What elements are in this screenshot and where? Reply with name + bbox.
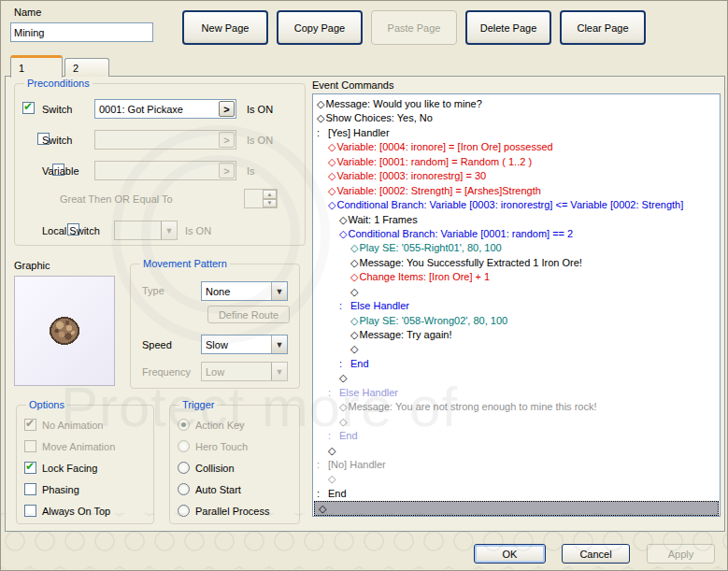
command-text: Variable: [0003: ironorestrg] = 30: [336, 170, 486, 181]
chevron-down-icon: ▼: [271, 363, 287, 380]
handler-colon: :: [339, 299, 350, 313]
switch1-field[interactable]: 0001: Got Pickaxe >: [94, 99, 236, 119]
event-command-line[interactable]: ◇: [313, 415, 720, 429]
switch1-label: Switch: [42, 104, 72, 115]
event-command-list[interactable]: ◇Message: Would you like to mine?◇Show C…: [312, 93, 721, 517]
event-command-line[interactable]: ◇Message: You Successfully Extracted 1 I…: [313, 256, 720, 270]
clear-page-button[interactable]: Clear Page: [560, 10, 646, 45]
cancel-button[interactable]: Cancel: [562, 544, 630, 564]
command-text: Message: Try again!: [359, 329, 451, 340]
tab-1[interactable]: 1: [10, 55, 63, 78]
graphic-box[interactable]: [14, 276, 115, 386]
type-label: Type: [142, 285, 164, 296]
event-command-line[interactable]: ◇Variable: [0002: Strength] = [Arshes]St…: [313, 184, 720, 198]
command-text: Message: Would you like to mine?: [325, 98, 481, 109]
event-command-line[interactable]: :Else Handler: [313, 299, 720, 313]
radio-button[interactable]: [178, 483, 190, 495]
trigger-parallel-process[interactable]: Parallel Process: [178, 505, 269, 517]
copy-page-button[interactable]: Copy Page: [277, 10, 363, 45]
switch1-checkbox[interactable]: ✔: [22, 102, 35, 114]
handler-colon: :: [339, 357, 350, 371]
command-text: Play SE: '055-Right01', 80, 100: [359, 242, 501, 253]
switch2-field: >: [94, 130, 236, 150]
event-command-line[interactable]: ◇Variable: [0001: random] = Random ( 1..…: [313, 155, 720, 169]
local-switch-label: Local Switch: [42, 225, 100, 236]
switch1-pick-button[interactable]: >: [219, 101, 235, 117]
chevron-right-icon: >: [223, 165, 229, 177]
event-command-line[interactable]: ◇: [313, 371, 720, 385]
type-value: None: [206, 286, 230, 297]
local-switch-combo: ▼: [114, 221, 178, 240]
radio-button: [178, 419, 190, 431]
frequency-label: Frequency: [142, 366, 191, 378]
switch1-value: 0001: Got Pickaxe: [99, 104, 183, 115]
option-always-on-top[interactable]: ✔Always On Top: [24, 505, 110, 517]
handler-colon: :: [328, 429, 339, 443]
radio-button[interactable]: [178, 462, 190, 474]
variable-field: >: [94, 161, 236, 180]
handler-text: Else Handler: [339, 387, 398, 398]
event-commands-label: Event Commands: [312, 79, 393, 91]
command-text: Conditional Branch: Variable [0001: rand…: [348, 228, 573, 239]
option-move-animation: ✔Move Animation: [24, 440, 115, 452]
event-command-line[interactable]: ◇: [313, 472, 720, 486]
preconditions-title: Preconditions: [24, 78, 93, 89]
option-lock-facing[interactable]: ✔Lock Facing: [24, 462, 97, 474]
event-command-line-selected[interactable]: ◇: [314, 501, 719, 515]
new-page-button[interactable]: New Page: [182, 10, 268, 45]
event-command-line[interactable]: ◇Conditional Branch: Variable [0003: iro…: [313, 198, 720, 212]
checkbox[interactable]: ✔: [24, 462, 36, 474]
event-command-line[interactable]: ◇Message: Would you like to mine?: [313, 97, 720, 111]
delete-page-button[interactable]: Delete Page: [465, 10, 551, 45]
event-command-line[interactable]: ◇Play SE: '058-Wrong02', 80, 100: [313, 314, 720, 328]
option-label: No Animation: [42, 420, 103, 431]
event-command-line[interactable]: ◇Play SE: '055-Right01', 80, 100: [313, 241, 720, 255]
diamond-icon: ◇: [350, 242, 358, 253]
event-command-line[interactable]: :[No] Handler: [313, 458, 720, 472]
option-phasing[interactable]: ✔Phasing: [24, 483, 79, 495]
diamond-icon: ◇: [319, 503, 326, 514]
handler-text: [Yes] Handler: [328, 127, 390, 138]
event-command-line[interactable]: ◇: [313, 285, 720, 299]
event-command-line[interactable]: ◇: [313, 342, 720, 356]
speed-combo[interactable]: Slow ▼: [201, 335, 288, 354]
command-text: Message: You Successfully Extracted 1 Ir…: [359, 257, 581, 268]
event-command-line[interactable]: :Else Handler: [313, 386, 720, 400]
handler-colon: :: [317, 458, 328, 472]
graphic-label: Graphic: [14, 260, 50, 271]
tab-2[interactable]: 2: [64, 58, 109, 77]
event-command-line[interactable]: ◇Message: You are not strong enough to m…: [313, 400, 720, 414]
diamond-icon: ◇: [328, 445, 335, 456]
trigger-title: Trigger: [179, 399, 217, 410]
event-command-line[interactable]: ◇Variable: [0003: ironorestrg] = 30: [313, 169, 720, 183]
radio-button[interactable]: [178, 505, 190, 517]
checkbox[interactable]: ✔: [24, 505, 36, 517]
event-command-line[interactable]: :End: [313, 429, 720, 443]
switch2-label: Switch: [42, 135, 72, 146]
diamond-icon: ◇: [328, 141, 335, 152]
name-input[interactable]: [10, 22, 153, 42]
type-combo[interactable]: None ▼: [201, 281, 288, 301]
event-command-line[interactable]: :End: [313, 487, 720, 501]
event-command-line[interactable]: ◇Message: Try again!: [313, 328, 720, 342]
handler-text: End: [328, 488, 347, 499]
event-command-line[interactable]: ◇Conditional Branch: Variable [0001: ran…: [313, 227, 720, 241]
check-icon: ✔: [23, 100, 33, 113]
trigger-auto-start[interactable]: Auto Start: [178, 483, 241, 495]
ok-button[interactable]: OK: [474, 544, 546, 564]
radio-button: [178, 440, 190, 452]
event-command-line[interactable]: ◇Variable: [0004: ironore] = [Iron Ore] …: [313, 140, 720, 154]
trigger-collision[interactable]: Collision: [178, 462, 235, 474]
checkbox[interactable]: ✔: [24, 483, 36, 495]
event-command-line[interactable]: ◇Show Choices: Yes, No: [313, 111, 720, 125]
ore-sprite: [48, 315, 81, 347]
event-command-line[interactable]: :[Yes] Handler: [313, 126, 720, 140]
event-command-line[interactable]: ◇: [313, 444, 720, 458]
switch2-pick-button: >: [219, 132, 235, 148]
movement-pattern-title: Movement Pattern: [140, 258, 230, 269]
event-command-line[interactable]: ◇Change Items: [Iron Ore] + 1: [313, 270, 720, 284]
event-command-line[interactable]: ◇Wait: 1 Frames: [313, 213, 720, 227]
diamond-icon: ◇: [328, 199, 335, 210]
trigger-label: Action Key: [195, 420, 245, 431]
event-command-line[interactable]: :End: [313, 357, 720, 371]
